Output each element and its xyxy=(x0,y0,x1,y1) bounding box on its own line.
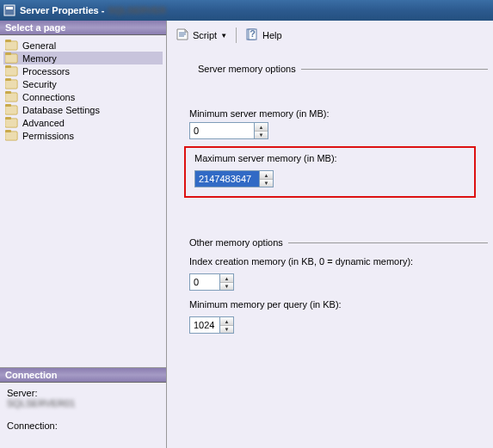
connection-header: Connection xyxy=(0,368,166,383)
page-icon xyxy=(5,91,19,102)
sidebar-item-general[interactable]: General xyxy=(3,39,163,52)
max-memory-label: Maximum server memory (in MB): xyxy=(194,153,465,163)
script-button[interactable]: Script ▼ xyxy=(172,26,231,45)
spinner-down-icon[interactable]: ▼ xyxy=(220,325,233,333)
server-memory-options-label: Server memory options xyxy=(198,64,301,74)
svg-rect-7 xyxy=(5,65,11,68)
svg-rect-1 xyxy=(6,7,13,9)
svg-rect-4 xyxy=(5,54,17,63)
svg-rect-13 xyxy=(5,104,11,107)
spinner-down-icon[interactable]: ▼ xyxy=(220,282,233,290)
svg-rect-14 xyxy=(5,119,17,127)
min-query-memory-spinner[interactable]: ▲▼ xyxy=(189,316,234,334)
spinner-up-icon[interactable]: ▲ xyxy=(255,123,268,131)
page-list: General Memory Processors Security Conne… xyxy=(0,35,166,367)
sidebar-item-security[interactable]: Security xyxy=(3,77,163,90)
page-icon xyxy=(5,117,19,128)
sidebar-item-connections[interactable]: Connections xyxy=(3,90,163,103)
svg-rect-10 xyxy=(5,93,17,101)
sidebar-item-processors[interactable]: Processors xyxy=(3,64,163,77)
chevron-down-icon: ▼ xyxy=(220,32,227,40)
sidebar-item-permissions[interactable]: Permissions xyxy=(3,129,163,142)
app-icon xyxy=(3,4,15,16)
svg-rect-6 xyxy=(5,67,17,76)
connection-connection-label: Connection: xyxy=(7,420,159,431)
script-icon xyxy=(176,28,189,43)
sidebar-item-label: Advanced xyxy=(22,118,65,128)
svg-rect-3 xyxy=(5,40,11,42)
window-title: Server Properties - xyxy=(20,5,104,15)
svg-rect-5 xyxy=(5,52,11,55)
svg-rect-16 xyxy=(5,132,17,140)
connection-server-label: Server: xyxy=(7,388,159,398)
window-title-server: SQLSERVER xyxy=(108,5,166,15)
index-memory-input[interactable] xyxy=(190,274,219,290)
spinner-up-icon[interactable]: ▲ xyxy=(220,317,233,325)
svg-rect-2 xyxy=(5,41,17,50)
sidebar-item-label: Security xyxy=(22,79,57,89)
sidebar-item-label: Permissions xyxy=(22,131,74,141)
sidebar-item-label: Memory xyxy=(22,53,57,64)
other-memory-options-label: Other memory options xyxy=(189,237,288,248)
max-memory-highlight: Maximum server memory (in MB): ▲▼ xyxy=(184,146,476,198)
help-button[interactable]: ? Help xyxy=(242,26,286,45)
spinner-down-icon[interactable]: ▼ xyxy=(260,179,273,187)
svg-rect-9 xyxy=(5,78,11,81)
script-label: Script xyxy=(193,30,217,40)
group-line xyxy=(288,242,488,243)
sidebar-item-label: Processors xyxy=(22,66,70,77)
sidebar-item-label: Connections xyxy=(22,92,75,102)
page-icon xyxy=(5,104,19,115)
svg-rect-11 xyxy=(5,91,11,94)
svg-text:?: ? xyxy=(250,28,256,39)
select-page-header: Select a page xyxy=(0,21,166,35)
spinner-down-icon[interactable]: ▼ xyxy=(255,131,268,138)
page-icon xyxy=(5,78,19,89)
sidebar-item-database-settings[interactable]: Database Settings xyxy=(3,103,163,116)
svg-rect-15 xyxy=(5,117,11,120)
page-icon xyxy=(5,40,19,51)
min-memory-spinner[interactable]: ▲▼ xyxy=(189,122,268,139)
svg-rect-17 xyxy=(5,130,11,132)
group-line xyxy=(301,69,488,70)
connection-server-value: SQLSERVER01 xyxy=(7,398,159,408)
spinner-up-icon[interactable]: ▲ xyxy=(220,274,233,282)
sidebar-item-memory[interactable]: Memory xyxy=(3,52,163,64)
svg-rect-12 xyxy=(5,106,17,114)
sidebar-item-label: Database Settings xyxy=(22,105,100,115)
sidebar-item-advanced[interactable]: Advanced xyxy=(3,116,163,129)
index-memory-label: Index creation memory (in KB, 0 = dynami… xyxy=(189,256,488,267)
min-query-memory-label: Minimum memory per query (in KB): xyxy=(189,299,488,310)
svg-rect-0 xyxy=(4,5,15,15)
svg-rect-8 xyxy=(5,80,17,89)
toolbar-separator xyxy=(236,28,237,43)
max-memory-input[interactable] xyxy=(195,171,259,187)
title-bar: Server Properties - SQLSERVER xyxy=(0,0,493,21)
min-memory-input[interactable] xyxy=(190,123,254,138)
page-icon xyxy=(5,52,19,64)
min-memory-label: Minimum server memory (in MB): xyxy=(189,108,488,119)
page-icon xyxy=(5,130,19,141)
spinner-up-icon[interactable]: ▲ xyxy=(260,171,273,179)
toolbar: Script ▼ ? Help xyxy=(172,24,488,52)
page-icon xyxy=(5,65,19,77)
sidebar-item-label: General xyxy=(22,40,56,51)
help-icon: ? xyxy=(245,28,259,43)
index-memory-spinner[interactable]: ▲▼ xyxy=(189,273,234,291)
max-memory-spinner[interactable]: ▲▼ xyxy=(194,170,274,187)
help-label: Help xyxy=(262,30,282,40)
min-query-memory-input[interactable] xyxy=(190,317,219,333)
